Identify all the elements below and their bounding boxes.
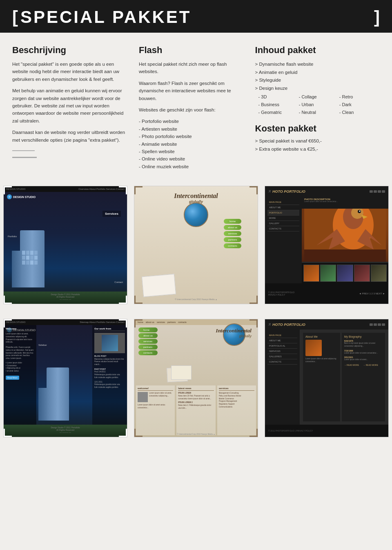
inhoud-item-3: > Design keuze xyxy=(255,85,380,93)
mock-ds2-nav: DESIGN STUDIO Sitemap About Portfolio Se… xyxy=(4,319,127,325)
mock-ic2-bottom-content: welcome! Lorem ipsum dolor sit amet, con… xyxy=(134,384,258,437)
mock-ic2-nav-partners: partners xyxy=(167,321,176,323)
mock-pp2-bio-text1: Born in city lorem ipsum dolor sit amet … xyxy=(344,342,383,348)
dkc3-1: - Dark xyxy=(339,101,380,109)
dkc3-2: - Clean xyxy=(339,109,380,116)
mock-contact-label: Contact xyxy=(114,281,123,283)
mock-pp-footer: © 2011 PHOTOPORTFOLIOPRIVACY POLICY ◄ PR… xyxy=(265,283,388,304)
inhoud-title: Inhoud pakket xyxy=(255,45,380,56)
corner-tl-ic2 xyxy=(134,319,143,327)
mock-pp2-about-text: Lorem ipsum dolor sit amet adipiscing co… xyxy=(305,358,338,363)
kosten-list: > Special pakket is vanaf €650,- > Extra… xyxy=(255,137,380,153)
mock-pp-pagination: ◄ PREV 1 2 3 NEXT ► xyxy=(359,292,385,295)
mock-ic2-news-item1-title: IPSUM LOREM xyxy=(178,392,214,395)
mock-pp2-about-section: About Me Lorem ipsum dolor sit amet adip… xyxy=(303,333,340,421)
dkc1-1: - Business xyxy=(258,101,299,109)
design-keuze-col1: - 3D - Business - Geomatric xyxy=(258,93,299,116)
mock-pp2-galleries: GALLERIES xyxy=(267,354,297,359)
mock-pp2-bio-section: My Biography 5/20/1978 Born in city lore… xyxy=(342,333,385,421)
mock-pp2-services: SERVICES xyxy=(267,349,297,354)
mock-pp-thumb-1 xyxy=(303,265,319,282)
mock-pp2-read-link[interactable]: → READ MORE xyxy=(363,364,378,366)
mock-pp-nav-dot-1 xyxy=(370,190,373,193)
mock-ds2-work-desc: Maecenas volutpat lacinia lorem line xyxy=(94,358,125,361)
mock-pp2-logo: HOTO PORTFOLIO xyxy=(272,323,305,327)
mock-pp-thumb-2 xyxy=(320,265,336,282)
mock-logo: D DESIGN STUDIO xyxy=(7,194,36,199)
flash-list-item-1: - Artiesten website xyxy=(139,125,243,133)
mock-ds2-footer: Design Studio © 2011 PortafolioAll Right… xyxy=(51,426,80,434)
mock-pp2-main-page: MAIN PAGE xyxy=(267,333,297,338)
beschrijving-p1: Het "special pakket" is een goede optie … xyxy=(12,60,127,83)
mock-ic2-title-area: Intercontinental globally xyxy=(216,327,252,338)
mock-ds2-post-desc2: fulm molestie sagittis porttitor. xyxy=(94,376,125,379)
mock-ds2-building-main xyxy=(47,367,69,421)
screenshot-design-studio-2: DESIGN STUDIO Sitemap About Portfolio Se… xyxy=(3,319,127,437)
mock-ic-menu: home about us services partners contacts xyxy=(224,219,241,248)
mock-pp2-bio-date1: 5/20/1978 Born in city lorem ipsum dolor… xyxy=(344,340,383,348)
mock-pp2-bio-title: My Biography xyxy=(344,335,383,338)
mock-pp2-header: ℛ HOTO PORTFOLIO xyxy=(265,319,388,330)
mock-pp2-more-link[interactable]: → READ MORE xyxy=(344,364,359,366)
mock-pp-nav-dot-3 xyxy=(378,190,381,193)
mock-pp2-nav-dots xyxy=(370,323,385,326)
design-keuze-col2: - Collage - Urban - Neutral xyxy=(299,93,339,116)
flash-list-item-3: - Animatie website xyxy=(139,140,243,148)
mock-pp-sidebar-main-page: MAIN PAGE xyxy=(267,200,299,205)
mock-pp-header: ℛ HOTO PORTFOLIO xyxy=(265,186,388,196)
dkc1-0: - 3D xyxy=(258,93,299,101)
mock-ds2-post-text1: Post 1/4/2011 xyxy=(94,371,125,374)
mock-ic2-col-welcome: welcome! Lorem ipsum dolor sit amet, con… xyxy=(136,385,175,435)
flash-list: - Portofolio website - Artiesten website… xyxy=(139,118,243,170)
dkc2-2: - Neutral xyxy=(299,109,339,116)
mock-ds2-building xyxy=(38,359,87,421)
mock-pp2-nav-dot-3 xyxy=(378,323,381,326)
main-content: Beschrijving Het "special pakket" is een… xyxy=(0,33,392,178)
mock-ds2-post-title: PAST POST xyxy=(94,368,125,371)
mock-ic2-services-title: services xyxy=(219,387,254,391)
mock-nav-links: Overview About Portfolio Services Contac… xyxy=(78,188,125,190)
mock-ds2-post2-section: 12/1 2011 Pellentesque gravida tortor un… xyxy=(94,381,125,389)
svg-rect-6 xyxy=(304,249,386,262)
mock-ic2-about: about us xyxy=(138,333,158,338)
mock-ic-title: Intercontinental globally xyxy=(174,192,218,204)
flash-list-title: Websites die geschikt zijn voor flash: xyxy=(139,106,243,114)
mock-ds2-post-desc1: Pellentesque gravida tortor una xyxy=(94,374,125,376)
flash-title: Flash xyxy=(139,45,243,56)
screenshot-design-studio-1: DESIGN STUDIO Overview About Portfolio S… xyxy=(3,186,127,304)
mock-pp2-sidebar: MAIN PAGE ABOUT ME PORTFOLIO AL SERVICES… xyxy=(265,330,300,425)
corner-bl-ic xyxy=(134,296,143,304)
kosten-item-0: > Special pakket is vanaf €650,- xyxy=(255,137,380,145)
inhoud-list: > Dynamische flash website > Animatie en… xyxy=(255,60,380,116)
mock-pp-nav-dot-4 xyxy=(382,190,385,193)
mock-pp-sidebar-about: ABOUT ME xyxy=(267,205,299,210)
dkc2-0: - Collage xyxy=(299,93,339,101)
flash-body: Het special pakket richt zich meer op fl… xyxy=(139,60,243,170)
mock-ds2-right-panel: Our work from BLOG POST Maecenas volutpa… xyxy=(92,325,127,437)
mock-pp-thumb-4 xyxy=(354,265,370,282)
beschrijving-p2: Met behulp van animatie en geluid kunnen… xyxy=(12,87,127,125)
mock-ic2-contacts: contacts xyxy=(138,350,158,355)
screenshot-intercontinental-1: Intercontinental globally home about us … xyxy=(134,186,258,304)
screenshot-photo-portfolio-2: ℛ HOTO PORTFOLIO MAIN PAGE ABOUT ME PORT… xyxy=(265,319,389,437)
mock-ic2-title: Intercontinental xyxy=(216,327,252,334)
mock-pp2-bio-date2: 7/15/1996 Lorem ipsum dolor sit amet con… xyxy=(344,350,383,355)
mock-portfolio-label: Portfolio xyxy=(8,235,17,238)
mock-ic2-services-text: Management ConsultingPolicy and Business… xyxy=(219,392,254,409)
mock-pp-desc-text: Lorem ipsum dolor sit amet consectetur..… xyxy=(304,200,386,203)
mock-pp2-about: ABOUT ME xyxy=(267,338,297,343)
mock-ds2-list-item4: • sit amet varius xyxy=(6,370,34,373)
mock-ic-menu-partners: partners xyxy=(224,237,241,242)
mock-pp2-logo-icon: ℛ xyxy=(268,323,271,326)
mock-building-side xyxy=(12,251,21,287)
mock-pp2-main: About Me Lorem ipsum dolor sit amet adip… xyxy=(300,330,388,425)
mock-ds2-panel-text1: Lorem ipsum dolor sit amet, consectetur … xyxy=(6,333,34,344)
mock-footer: Design Studio © 2011 PortafolioAll Right… xyxy=(51,293,80,301)
corner-tr-ic2 xyxy=(249,319,258,327)
mock-ic2-col-news: latest news IPSUM LOREM News item 20 Feb… xyxy=(176,385,215,435)
bracket-right: ] xyxy=(374,7,380,27)
mock-pp-thumb-3 xyxy=(337,265,353,282)
mock-ic2-news-item2-text: News item 2. Pellentesque gravida tortor… xyxy=(178,404,214,410)
mock-ds2-readmore-btn[interactable]: Read More xyxy=(6,376,19,380)
mock-ic2-footer: © Intercontinental Corp 2010 Haveyo Medi… xyxy=(177,433,215,435)
